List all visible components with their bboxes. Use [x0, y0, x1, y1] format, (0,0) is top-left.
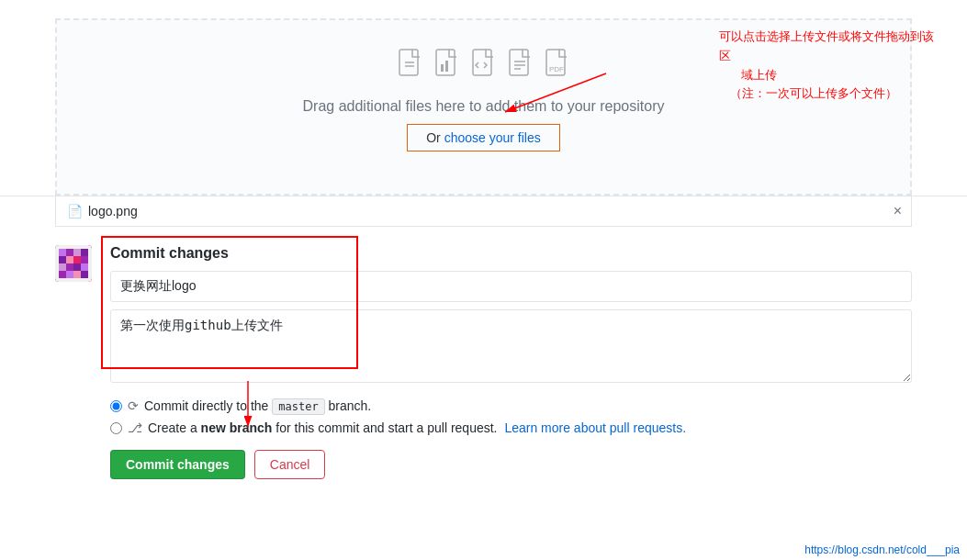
file-icon: 📄 — [67, 204, 83, 218]
button-row: Commit changes Cancel — [110, 450, 912, 479]
url-bar: https://blog.csdn.net/cold___pia — [797, 540, 967, 560]
radio2-prefix: Create a — [148, 420, 197, 435]
commit-heading: Commit changes — [110, 245, 912, 262]
annotation-line1: 可以点击选择上传文件或将文件拖动到该区 — [719, 29, 934, 62]
cancel-button[interactable]: Cancel — [254, 450, 326, 479]
svg-rect-23 — [81, 256, 88, 263]
svg-rect-24 — [59, 263, 66, 271]
svg-rect-28 — [59, 271, 66, 278]
svg-rect-26 — [73, 263, 81, 271]
or-text: Or — [426, 130, 444, 145]
svg-rect-25 — [66, 263, 73, 271]
radio-direct[interactable] — [110, 400, 122, 412]
svg-rect-4 — [441, 64, 444, 72]
annotation-line2: 域上传 — [719, 68, 777, 82]
svg-rect-7 — [510, 50, 528, 75]
file-item-row: 📄 logo.png ← × — [55, 196, 912, 227]
svg-rect-5 — [445, 61, 448, 72]
svg-rect-19 — [81, 249, 88, 256]
radio-branch[interactable] — [110, 422, 122, 434]
chart-icon — [434, 48, 460, 85]
branch-tag: master — [272, 398, 324, 415]
file-name: logo.png — [88, 204, 138, 218]
drop-zone: PDF Drag additional files here to add th… — [0, 0, 967, 196]
close-file-button[interactable]: × — [894, 204, 902, 218]
commit-description-textarea[interactable]: 第一次使用github上传文件 — [110, 309, 912, 383]
svg-rect-18 — [73, 249, 81, 256]
svg-rect-20 — [59, 256, 66, 263]
learn-more-link[interactable]: Learn more about pull requests. — [504, 420, 686, 435]
radio-item-direct: ⟳ Commit directly to the master branch. — [110, 398, 912, 413]
radio1-prefix: Commit directly to the — [144, 398, 268, 413]
commit-form: Commit changes 第一次使用github上传文件 ⟳ Commit … — [110, 245, 912, 479]
avatar — [55, 245, 92, 282]
commit-button[interactable]: Commit changes — [110, 450, 245, 479]
svg-rect-16 — [59, 249, 66, 256]
choose-files-box[interactable]: Or choose your files — [407, 124, 560, 151]
svg-rect-30 — [73, 271, 81, 278]
svg-rect-29 — [66, 271, 73, 278]
radio-branch-label: Create a new branch for this commit and … — [148, 420, 686, 435]
svg-rect-6 — [473, 50, 491, 75]
code-icon — [471, 48, 497, 85]
git-commit-icon: ⟳ — [128, 398, 139, 413]
radio-direct-label: Commit directly to the master branch. — [144, 398, 371, 413]
radio-item-branch: ⎇ Create a new branch for this commit an… — [110, 420, 912, 435]
commit-section: Commit changes 第一次使用github上传文件 ⟳ Commit … — [0, 227, 967, 498]
annotation-line3: （注：一次可以上传多个文件） — [719, 86, 897, 100]
svg-rect-22 — [73, 256, 81, 263]
git-branch-icon: ⎇ — [128, 420, 142, 435]
radio-group: ⟳ Commit directly to the master branch. … — [110, 398, 912, 435]
commit-summary-input[interactable] — [110, 271, 912, 302]
zip-icon — [398, 48, 423, 85]
page-wrapper: PDF Drag additional files here to add th… — [0, 0, 967, 560]
svg-rect-27 — [81, 263, 88, 271]
radio2-bold: new branch — [201, 420, 273, 435]
choose-files-link[interactable]: choose your files — [444, 130, 541, 145]
annotation-right: 可以点击选择上传文件或将文件拖动到该区 域上传 （注：一次可以上传多个文件） — [719, 28, 939, 104]
radio2-suffix: for this commit and start a pull request… — [275, 420, 497, 435]
svg-text:PDF: PDF — [549, 65, 564, 73]
pdf-icon: PDF — [545, 48, 570, 85]
svg-rect-21 — [66, 256, 73, 263]
text-icon — [508, 48, 534, 85]
svg-rect-17 — [66, 249, 73, 256]
radio1-suffix: branch. — [329, 398, 372, 413]
svg-rect-31 — [81, 271, 88, 278]
